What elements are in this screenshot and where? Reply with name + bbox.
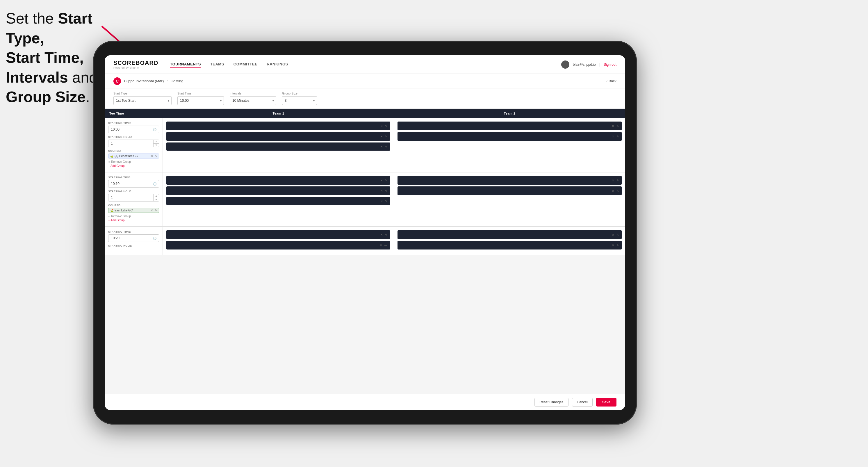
slot-x-g2-w[interactable]: ✕ [380, 199, 383, 203]
th-tee-time: Tee Time [105, 109, 163, 118]
slot-x-1-1[interactable]: ✕ [380, 124, 383, 128]
start-time-select[interactable]: 10:00 [177, 96, 224, 105]
th-team2: Team 2 [394, 109, 625, 118]
save-button[interactable]: Save [596, 398, 617, 406]
slot-edit-g2-1-2[interactable]: ✎ [385, 189, 387, 192]
remove-group-1[interactable]: ○ Remove Group [108, 160, 159, 163]
nav-link-committee[interactable]: COMMITTEE [234, 61, 258, 68]
starting-time-field-1[interactable]: 10:00 🕐 [108, 126, 159, 133]
starting-time-field-3[interactable]: 10:20 🕐 [108, 235, 159, 242]
reset-changes-button[interactable]: Reset Changes [534, 398, 568, 406]
slot-edit-2-1[interactable]: ✎ [617, 124, 619, 128]
player-slot-1-1: ✕ ✎ [166, 122, 390, 130]
stepper-down-1[interactable]: ▼ [154, 144, 159, 147]
team1-col-2: ✕ ✎ ✕ ✎ ✕ ✎ [163, 173, 394, 226]
slot-edit-g2-2-2[interactable]: ✎ [617, 189, 619, 192]
starting-hole-label-2: STARTING HOLE: [108, 190, 159, 193]
group-section-3: STARTING TIME: 10:20 🕐 STARTING HOLE: ✕ … [105, 227, 625, 255]
main-content: Tee Time Team 1 Team 2 STARTING TIME: 10… [105, 109, 625, 394]
player-slot-g2-2-2: ✕ ✎ [398, 186, 622, 195]
slot-edit-g3-2-2[interactable]: ✎ [617, 244, 619, 247]
starting-time-label-3: STARTING TIME: [108, 230, 159, 233]
annotation-bold3: Intervals [6, 69, 68, 86]
course-edit-2[interactable]: ✎ [155, 209, 157, 212]
starting-hole-stepper-1[interactable]: 1 ▲ ▼ [108, 139, 159, 147]
player-slot-g2-2-1: ✕ ✎ [398, 176, 622, 185]
course-remove-2[interactable]: ✕ [151, 209, 153, 212]
starting-hole-label-3: STARTING HOLE: [108, 244, 159, 247]
breadcrumb-hosting: Hosting [171, 79, 184, 83]
course-remove-1[interactable]: ✕ [151, 154, 153, 158]
slot-edit-g2-2-1[interactable]: ✎ [617, 179, 619, 182]
player-slot-2-2: ✕ ✎ [398, 132, 622, 141]
start-type-select[interactable]: 1st Tee Start [114, 96, 172, 105]
group-size-wrapper: 3 [282, 96, 317, 105]
slot-edit-g2-w[interactable]: ✎ [385, 199, 387, 203]
intervals-wrapper: 10 Minutes [230, 96, 276, 105]
slot-edit-g3-1-1[interactable]: ✎ [385, 233, 387, 237]
clock-icon-3: 🕐 [153, 237, 156, 240]
group-size-select[interactable]: 3 [282, 96, 317, 105]
slot-edit-1-1[interactable]: ✎ [385, 124, 387, 128]
slot-edit-g2-1-1[interactable]: ✎ [385, 179, 387, 182]
slot-x-1-2[interactable]: ✕ [380, 135, 383, 138]
slot-x-2-2[interactable]: ✕ [612, 135, 614, 138]
course-name-1: (A) Peachtree GC [115, 154, 137, 158]
slot-x-g3-1-1[interactable]: ✕ [380, 233, 383, 237]
sign-out-link[interactable]: Sign out [604, 63, 617, 67]
stepper-down-2[interactable]: ▼ [154, 198, 159, 201]
cancel-button[interactable]: Cancel [572, 398, 593, 406]
team2-col-3: ✕ ✎ ✕ ✎ [394, 227, 625, 255]
start-time-wrapper: 10:00 [177, 96, 224, 105]
slot-edit-1-2[interactable]: ✎ [385, 135, 387, 138]
annotation-line1: Set the Start Type, Start Time, Interval… [6, 10, 97, 105]
stepper-up-1[interactable]: ▲ [154, 140, 159, 144]
starting-hole-stepper-2[interactable]: 1 ▲ ▼ [108, 194, 159, 201]
stepper-up-2[interactable]: ▲ [154, 194, 159, 198]
start-type-label: Start Type [114, 92, 172, 95]
slot-x-g2-1-1[interactable]: ✕ [380, 179, 383, 182]
team1-col-3: ✕ ✎ ✕ — [163, 227, 394, 255]
start-time-group: Start Time 10:00 [177, 92, 224, 105]
course-name-2: East Lake GC [115, 209, 133, 212]
starting-time-field-2[interactable]: 10:10 🕐 [108, 180, 159, 188]
player-slot-g3-2-1: ✕ ✎ [398, 230, 622, 239]
intervals-select[interactable]: 10 Minutes [230, 96, 276, 105]
group-section-1: STARTING TIME: 10:00 🕐 STARTING HOLE: 1 … [105, 118, 625, 173]
course-edit-1[interactable]: ✎ [155, 154, 157, 158]
player-slot-g3-1-2: ✕ — [166, 241, 390, 249]
slot-x-g2-2-2[interactable]: ✕ [612, 189, 614, 192]
slot-x-g3-2-2[interactable]: ✕ [612, 244, 614, 247]
player-slot-g3-2-2: ✕ ✎ [398, 241, 622, 249]
slot-x-g2-2-1[interactable]: ✕ [612, 179, 614, 182]
breadcrumb-tournament[interactable]: Clippd Invitational (Mar) [124, 79, 164, 83]
tee-side-2: STARTING TIME: 10:10 🕐 STARTING HOLE: 1 … [105, 173, 163, 226]
slot-edit-g3-1-2[interactable]: — [384, 244, 387, 247]
logo-text: SCOREBOARD [114, 60, 158, 66]
nav-link-rankings[interactable]: RANKINGS [267, 61, 288, 68]
add-group-1[interactable]: + Add Group [108, 164, 159, 167]
slot-x-g3-1-2[interactable]: ✕ [380, 244, 382, 247]
nav-link-tournaments[interactable]: TOURNAMENTS [170, 61, 200, 68]
brand-logo: C [114, 77, 121, 85]
slot-x-2-1[interactable]: ✕ [612, 124, 614, 128]
stepper-buttons-1: ▲ ▼ [153, 140, 159, 147]
add-group-2[interactable]: + Add Group [108, 219, 159, 222]
back-button[interactable]: ‹ Back [606, 79, 617, 83]
slot-x-g2-1-2[interactable]: ✕ [380, 189, 383, 192]
slot-edit-1-w[interactable]: ✎ [385, 145, 387, 148]
remove-group-icon-2: ○ [108, 215, 110, 218]
nav-link-teams[interactable]: TEAMS [210, 61, 224, 68]
starting-hole-label-1: STARTING HOLE: [108, 135, 159, 138]
stepper-buttons-2: ▲ ▼ [153, 194, 159, 201]
slot-x-1-w[interactable]: ✕ [380, 145, 383, 148]
slot-edit-2-2[interactable]: ✎ [617, 135, 619, 138]
slot-x-g3-2-1[interactable]: ✕ [612, 233, 614, 237]
clock-icon-2: 🕐 [153, 182, 156, 186]
start-time-label: Start Time [177, 92, 224, 95]
remove-group-2[interactable]: ○ Remove Group [108, 215, 159, 218]
starting-time-label-2: STARTING TIME: [108, 176, 159, 179]
course-icon-2: ⛳ [110, 209, 114, 212]
start-type-wrapper: 1st Tee Start [114, 96, 172, 105]
slot-edit-g3-2-1[interactable]: ✎ [617, 233, 619, 237]
